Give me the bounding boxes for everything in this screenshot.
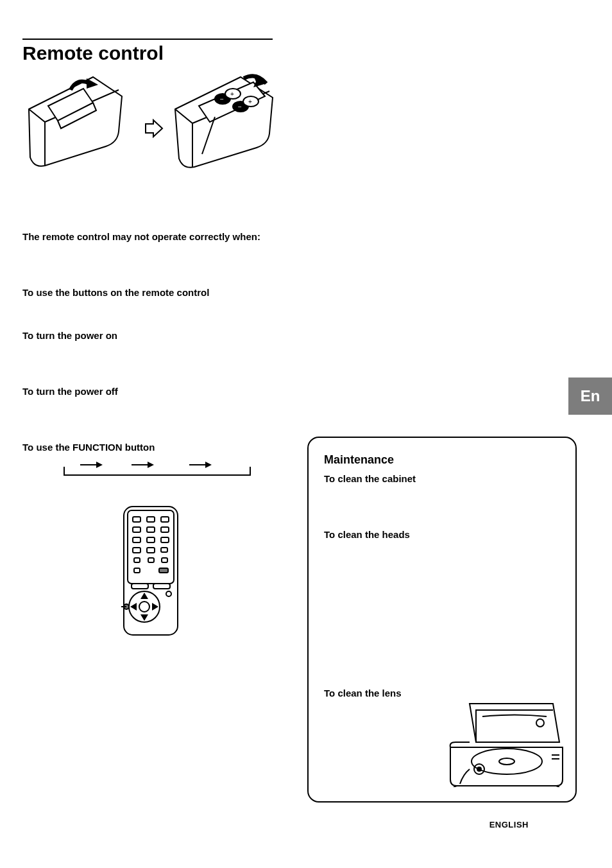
page-title: Remote control [22,42,580,64]
battery-illustration: − − + + [22,83,279,199]
svg-rect-33 [148,558,154,562]
svg-rect-35 [134,568,140,573]
function-button-heading: To use the FUNCTION button [22,442,279,453]
svg-text:+: + [248,98,252,105]
svg-rect-26 [133,537,140,542]
remote-unit-illustration [119,504,279,641]
arrow-right-icon [144,119,164,138]
svg-marker-1 [146,120,162,137]
left-column: − − + + The remote control may not opera… [22,83,279,641]
svg-marker-15 [148,462,154,468]
svg-point-41 [166,591,171,596]
svg-point-46 [499,758,514,765]
svg-rect-36 [159,568,168,573]
svg-rect-24 [147,527,155,532]
svg-text:−: − [220,96,224,103]
svg-text:−: − [238,103,242,110]
clean-cabinet-heading: To clean the cabinet [324,473,560,484]
svg-marker-17 [205,462,212,468]
svg-rect-32 [134,558,140,562]
svg-rect-23 [133,527,140,532]
svg-rect-31 [161,548,167,552]
svg-point-48 [477,767,481,771]
svg-rect-29 [133,548,140,553]
svg-rect-28 [161,537,169,542]
svg-marker-13 [96,462,103,468]
remote-open-cover-icon [22,71,125,173]
svg-point-40 [139,602,149,612]
svg-point-45 [472,749,542,774]
svg-text:+: + [230,91,234,98]
svg-rect-27 [147,537,155,542]
svg-rect-34 [162,558,167,562]
remote-insert-battery-icon: − − + + [170,71,279,173]
maintenance-box: Maintenance To clean the cabinet To clea… [307,437,577,803]
svg-line-10 [202,117,215,154]
clean-heads-heading: To clean the heads [324,529,560,540]
svg-rect-22 [161,517,169,522]
use-buttons-heading: To use the buttons on the remote control [22,287,279,298]
maintenance-title: Maintenance [324,453,560,467]
power-on-heading: To turn the power on [22,330,279,341]
language-tab: En [568,378,612,415]
language-tab-label: En [581,387,600,405]
svg-rect-25 [161,527,169,532]
svg-rect-38 [153,584,170,589]
svg-point-44 [536,719,544,727]
page: Remote control [0,0,612,868]
title-rule [22,39,273,40]
power-off-heading: To turn the power off [22,386,279,397]
svg-rect-37 [132,584,148,589]
function-flow-diagram [61,459,253,478]
svg-rect-30 [147,548,155,553]
svg-rect-20 [133,517,140,522]
footer-language: ENGLISH [489,820,529,829]
svg-rect-21 [147,517,155,522]
cd-unit-illustration [444,697,566,790]
warning-heading: The remote control may not operate corre… [22,231,279,242]
